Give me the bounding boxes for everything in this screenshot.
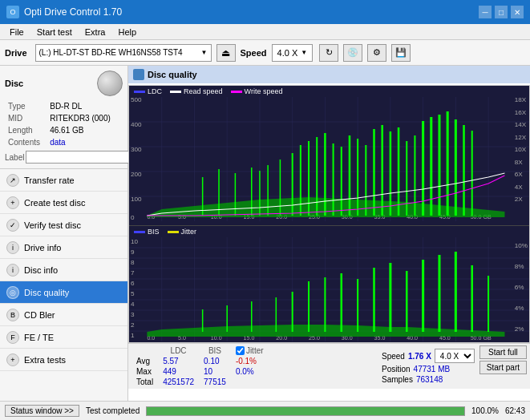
menu-help[interactable]: Help <box>111 26 143 38</box>
status-window-button[interactable]: Status window >> <box>5 405 79 417</box>
svg-text:6X: 6X <box>515 171 524 178</box>
svg-text:6: 6 <box>131 280 135 287</box>
status-time: 62:43 <box>505 406 525 415</box>
speed-dropdown[interactable]: 4.0 X ▼ <box>272 44 314 62</box>
ldc-legend-label: LDC <box>148 87 162 95</box>
avg-label: Avg <box>131 356 158 366</box>
svg-text:300: 300 <box>131 146 142 153</box>
svg-text:200: 200 <box>131 171 142 178</box>
position-label: Position <box>382 365 411 374</box>
menu-extra[interactable]: Extra <box>79 26 112 38</box>
cd-bler-icon: B <box>6 309 19 321</box>
avg-jitter: -0.1% <box>231 356 269 366</box>
svg-text:18X: 18X <box>515 97 527 103</box>
app-title: Opti Drive Control 1.70 <box>24 6 122 18</box>
chart-title-icon <box>133 69 144 80</box>
burn-button[interactable]: 💿 <box>343 44 362 62</box>
transfer-rate-icon: ↗ <box>6 174 19 187</box>
avg-ldc: 5.57 <box>158 356 199 366</box>
save-button[interactable]: 💾 <box>391 44 411 62</box>
total-bis: 77515 <box>199 377 231 387</box>
menu-file[interactable]: File <box>3 26 30 38</box>
refresh-button[interactable]: ↻ <box>319 44 338 62</box>
svg-text:2X: 2X <box>515 196 524 203</box>
speed-row: Speed 1.76 X 4.0 X <box>382 349 475 363</box>
nav-items: ↗ Transfer rate + Create test disc ✓ Ver… <box>0 169 127 401</box>
nav-label-drive-info: Drive info <box>24 243 61 252</box>
chart-title: Disc quality <box>148 70 197 79</box>
start-part-button[interactable]: Start part <box>479 361 527 374</box>
svg-text:2%: 2% <box>515 325 524 333</box>
svg-text:500: 500 <box>131 97 142 103</box>
settings-button[interactable]: ⚙ <box>367 44 386 62</box>
extra-tests-icon: + <box>6 353 19 366</box>
jitter-label: Jitter <box>246 346 264 355</box>
nav-label-create-test-disc: Create test disc <box>24 198 85 208</box>
svg-text:3: 3 <box>131 311 135 318</box>
minimize-button[interactable]: ─ <box>479 6 492 18</box>
nav-item-drive-info[interactable]: i Drive info <box>0 236 127 259</box>
nav-item-fe-te[interactable]: F FE / TE <box>0 326 127 349</box>
progress-percent: 100.0% <box>471 406 499 415</box>
label-input[interactable] <box>26 151 132 164</box>
nav-label-cd-bler: CD Bler <box>24 310 55 320</box>
chart-title-bar: Disc quality <box>128 66 530 83</box>
nav-item-cd-bler[interactable]: B CD Bler <box>0 304 127 326</box>
total-label: Total <box>131 377 158 387</box>
bis-legend-item: BIS <box>134 228 160 236</box>
maximize-button[interactable]: □ <box>495 6 508 18</box>
speed-position-info: Speed 1.76 X 4.0 X Position 47731 MB Sam… <box>382 345 475 387</box>
nav-item-extra-tests[interactable]: + Extra tests <box>0 349 127 371</box>
top-legend: LDC Read speed Write speed <box>129 86 529 97</box>
readspeed-legend-label: Read speed <box>184 87 223 95</box>
drive-dropdown[interactable]: (L:) HL-DT-ST BD-RE WH16NS58 TST4 ▼ <box>35 44 212 62</box>
nav-item-transfer-rate[interactable]: ↗ Transfer rate <box>0 169 127 192</box>
jitter-legend-color <box>168 231 179 233</box>
mid-label: MID <box>6 113 47 123</box>
stats-table: LDC BIS Jitter Avg 5.57 <box>131 345 269 387</box>
readspeed-legend-item: Read speed <box>170 87 223 95</box>
nav-item-disc-quality[interactable]: ◎ Disc quality <box>0 281 127 304</box>
nav-label-extra-tests: Extra tests <box>24 355 66 365</box>
menu-start-test[interactable]: Start test <box>30 26 79 38</box>
close-button[interactable]: ✕ <box>511 6 524 18</box>
svg-text:400: 400 <box>131 121 142 128</box>
disc-header: Disc <box>5 71 123 96</box>
status-bar: Status window >> Test completed 100.0% 6… <box>0 401 530 420</box>
speed-info-label: Speed <box>382 352 405 361</box>
samples-label: Samples <box>382 375 413 384</box>
svg-text:4%: 4% <box>515 305 524 312</box>
progress-bar-container <box>146 406 465 416</box>
start-full-button[interactable]: Start full <box>479 345 527 359</box>
eject-button[interactable]: ⏏ <box>216 44 236 62</box>
title-bar-left: O Opti Drive Control 1.70 <box>6 6 122 18</box>
drive-toolbar: Drive (L:) HL-DT-ST BD-RE WH16NS58 TST4 … <box>0 40 530 66</box>
max-bis: 10 <box>199 366 231 377</box>
bis-chart: BIS Jitter <box>129 226 529 342</box>
svg-text:10%: 10% <box>515 242 528 249</box>
svg-text:10: 10 <box>131 238 139 245</box>
nav-item-disc-info[interactable]: i Disc info <box>0 259 127 281</box>
total-ldc: 4251572 <box>158 377 199 387</box>
fe-te-icon: F <box>6 331 19 344</box>
nav-item-create-test-disc[interactable]: + Create test disc <box>0 192 127 214</box>
ldc-chart-svg: 500 400 300 200 100 0 18X 16X 14X 12X 10… <box>129 97 529 221</box>
jitter-checkbox[interactable] <box>236 346 245 355</box>
writespeed-legend-item: Write speed <box>231 87 283 95</box>
svg-text:14X: 14X <box>515 121 527 128</box>
main-content: Disc Type BD-R DL MID RITEKDR3 (000) Len… <box>0 66 530 401</box>
menu-bar: File Start test Extra Help <box>0 24 530 40</box>
writespeed-legend-label: Write speed <box>245 87 283 95</box>
nav-label-disc-info: Disc info <box>24 265 58 275</box>
create-test-disc-icon: + <box>6 196 19 209</box>
svg-text:6%: 6% <box>515 284 524 291</box>
title-bar: O Opti Drive Control 1.70 ─ □ ✕ <box>0 0 530 24</box>
speed-select[interactable]: 4.0 X <box>435 349 475 363</box>
title-bar-controls[interactable]: ─ □ ✕ <box>479 6 524 18</box>
nav-item-verify-test-disc[interactable]: ✓ Verify test disc <box>0 214 127 236</box>
max-jitter: 0.0% <box>231 366 269 377</box>
svg-text:100: 100 <box>131 196 142 203</box>
position-value: 47731 MB <box>414 365 451 374</box>
drive-info-icon: i <box>6 241 19 254</box>
avg-row: Avg 5.57 0.10 -0.1% <box>131 356 269 366</box>
